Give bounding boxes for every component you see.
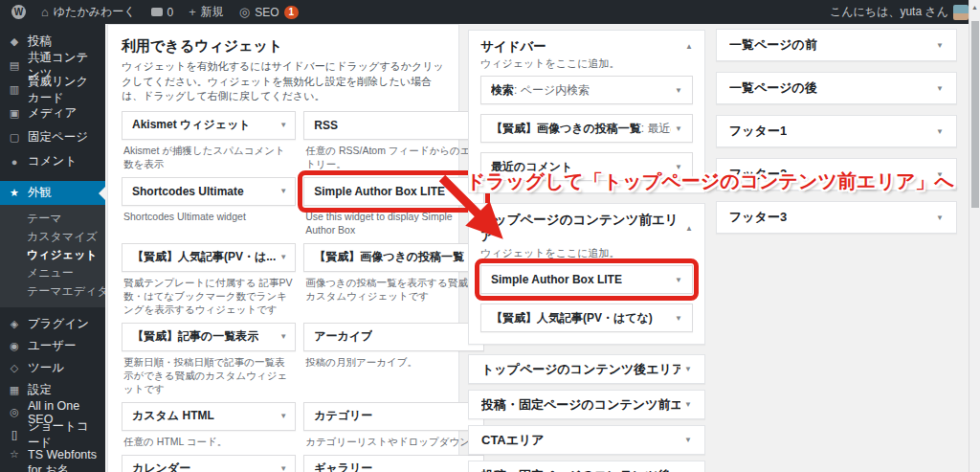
panel-title: サイドバー [480, 38, 546, 55]
new-content-menu[interactable]: + 新規 [181, 0, 232, 24]
submenu-item-customize[interactable]: カスタマイズ [0, 228, 105, 246]
panel-list-page-after[interactable]: 一覧ページの後 ▼ [716, 72, 957, 104]
panel-cta-area[interactable]: CTAエリア ▼ [468, 425, 705, 455]
submenu-item-menus[interactable]: メニュー [0, 264, 105, 282]
seo-menu[interactable]: ◎ SEO 1 [232, 0, 306, 24]
chevron-down-icon[interactable]: ▼ [279, 332, 287, 341]
sidebar-item-plugins[interactable]: ◈ プラグイン [0, 313, 105, 335]
chevron-down-icon[interactable]: ▼ [684, 365, 692, 373]
chevron-down-icon[interactable]: ▼ [936, 84, 944, 93]
sidebar-areas-column: サイドバー ▲ ウィジェットをここに追加。 検索: ページ内検索 ▼ 【賢威】画… [468, 30, 705, 472]
plus-icon: + [189, 6, 196, 18]
widget-custom-html[interactable]: カスタム HTML ▼ [122, 402, 296, 431]
sidebar-item-link-card[interactable]: ▥ 賢威リンクカード [0, 78, 105, 101]
widget-title: ギャラリー [314, 461, 372, 472]
widget-description: 更新日順・投稿日順で記事の一覧表示ができる賢威のカスタムウィジェットです [122, 351, 296, 402]
submenu-item-widgets[interactable]: ウィジェット [0, 246, 105, 264]
comments-menu[interactable]: 0 [144, 0, 182, 24]
seo-icon: ◎ [8, 406, 21, 418]
panel-footer-3[interactable]: フッター3 ▼ [716, 201, 957, 234]
wp-logo-menu[interactable]: W [4, 0, 33, 24]
panel-list-page-before[interactable]: 一覧ページの前 ▼ [716, 29, 957, 61]
sidebar-item-shortcode[interactable]: [] ショートコード [0, 423, 105, 445]
seo-gear-icon: ◎ [239, 6, 250, 18]
panel-title: 一覧ページの前 [729, 36, 817, 54]
widget-keni-post-list[interactable]: 【賢威】記事の一覧表示 ▼ [122, 323, 296, 351]
sidebar-item-label: 固定ページ [28, 129, 88, 146]
panel-post-before-content[interactable]: 投稿・固定ページのコンテンツ前エリア ▼ [468, 390, 705, 419]
appearance-submenu: テーマ カスタマイズ ウィジェット メニュー テーマエディター [0, 205, 105, 307]
chevron-down-icon[interactable]: ▼ [279, 412, 287, 420]
chevron-down-icon[interactable]: ▼ [684, 400, 692, 409]
panel-top-after-content[interactable]: トップページのコンテンツ後エリア ▼ [468, 354, 705, 384]
sidebar-widget-keni-image-posts[interactable]: 【賢威】画像つきの投稿一覧: 最近の投稿 ▼ [480, 114, 693, 143]
panel-title: フッター1 [729, 123, 787, 140]
widget-description: 任意の RSS/Atom フィードからのエントリー。 [303, 140, 484, 177]
sidebar-item-pages[interactable]: ▢ 固定ページ [0, 125, 105, 149]
chevron-down-icon[interactable]: ▼ [675, 163, 682, 171]
chevron-down-icon[interactable]: ▼ [279, 464, 287, 472]
panel-post-after-content[interactable]: 投稿・固定ページのコンテンツ後エリア ▼ [468, 461, 705, 472]
comments-count: 0 [167, 6, 174, 19]
available-widgets-title: 利用できるウィジェット [122, 36, 447, 56]
widget-keni-popular-posts[interactable]: 【賢威】人気記事(PV・は... ▼ [122, 243, 296, 272]
chevron-up-icon[interactable]: ▲ [685, 42, 693, 51]
widget-cell: アーカイブ ▼ 投稿の月別アーカイブ。 [303, 323, 484, 402]
seo-label: SEO [255, 6, 278, 19]
page-scrollbar[interactable]: ▲ [969, 0, 980, 472]
sidebar-item-label: ツール [28, 360, 64, 376]
widget-description: カテゴリーリストやドロップダウン。 [303, 431, 484, 455]
widget-akismet[interactable]: Akismet ウィジェット ▼ [122, 111, 296, 140]
site-name: ゆたかみわーく [54, 4, 136, 20]
widget-title: カスタム HTML [132, 408, 214, 424]
sidebar-item-appearance[interactable]: ★ 外観 [0, 181, 105, 205]
widget-description: 賢威テンプレートに付属する 記事PV数・はてなブックマーク数でランキングを表示す… [122, 272, 296, 323]
account-menu[interactable]: こんにちは、yuta さん [822, 0, 976, 24]
chevron-down-icon[interactable]: ▼ [279, 253, 287, 261]
widget-rss[interactable]: RSS ▼ [303, 111, 484, 140]
panel-title: CTAエリア [481, 432, 545, 449]
sidebar-item-label: TS Webfonts for お名前.com [28, 448, 98, 472]
area-widget-simple-author-box[interactable]: Simple Author Box LITE ▼ [480, 265, 693, 294]
chevron-down-icon[interactable]: ▼ [684, 436, 692, 444]
chevron-down-icon[interactable]: ▼ [936, 214, 944, 222]
sidebar-item-users[interactable]: ◉ ユーザー [0, 335, 105, 357]
panel-footer-1[interactable]: フッター1 ▼ [716, 115, 957, 147]
sidebar-widget-recent-comments[interactable]: 最近のコメント ▼ [480, 152, 693, 181]
sidebar-item-label: 投稿 [28, 34, 52, 50]
widget-gallery[interactable]: ギャラリー ▼ [303, 455, 484, 472]
sidebar-item-ts-webfonts[interactable]: ☆ TS Webfonts for お名前.com [0, 445, 105, 472]
chevron-down-icon[interactable]: ▼ [675, 86, 682, 95]
wrench-icon: ◇ [8, 362, 21, 374]
panel-sidebar: サイドバー ▲ ウィジェットをここに追加。 検索: ページ内検索 ▼ 【賢威】画… [468, 30, 705, 193]
chevron-down-icon[interactable]: ▼ [675, 276, 682, 284]
submenu-item-themes[interactable]: テーマ [0, 210, 105, 228]
widget-simple-author-box[interactable]: Simple Author Box LITE ▼ [303, 177, 484, 206]
widget-shortcodes-ultimate[interactable]: Shortcodes Ultimate ▼ [122, 177, 296, 206]
document-icon: ▤ [8, 59, 21, 72]
wordpress-icon: W [11, 5, 26, 19]
area-widget-keni-popular[interactable]: 【賢威】人気記事(PV・はてな) ▼ [480, 303, 693, 332]
comment-icon: ● [8, 156, 21, 168]
chevron-down-icon[interactable]: ▼ [936, 41, 944, 50]
chevron-up-icon[interactable]: ▲ [685, 224, 693, 233]
scrollbar-thumb[interactable] [971, 21, 979, 208]
chevron-down-icon[interactable]: ▼ [675, 124, 682, 133]
scrollbar-up-arrow[interactable]: ▲ [969, 4, 980, 11]
chevron-down-icon[interactable]: ▼ [675, 314, 682, 323]
widget-label: 【賢威】画像つきの投稿一覧 [491, 122, 641, 135]
widget-calendar[interactable]: カレンダー ▼ [122, 455, 296, 472]
widget-archives[interactable]: アーカイブ ▼ [303, 323, 484, 351]
chevron-down-icon[interactable]: ▼ [936, 170, 944, 179]
chevron-down-icon[interactable]: ▼ [279, 121, 287, 129]
widget-keni-image-posts[interactable]: 【賢威】画像つきの投稿一覧 ▼ [303, 243, 484, 272]
chevron-down-icon[interactable]: ▼ [279, 187, 287, 195]
sidebar-widget-search[interactable]: 検索: ページ内検索 ▼ [480, 76, 693, 104]
panel-footer-2[interactable]: フッター2 ▼ [716, 158, 957, 191]
site-menu[interactable]: ⌂ ゆたかみわーく [33, 0, 144, 24]
submenu-item-theme-editor[interactable]: テーマエディター [0, 282, 105, 301]
chevron-down-icon[interactable]: ▼ [936, 127, 944, 136]
widget-categories[interactable]: カテゴリー ▼ [303, 402, 484, 431]
sidebar-item-tools[interactable]: ◇ ツール [0, 357, 105, 379]
sidebar-item-comments[interactable]: ● コメント [0, 149, 105, 173]
